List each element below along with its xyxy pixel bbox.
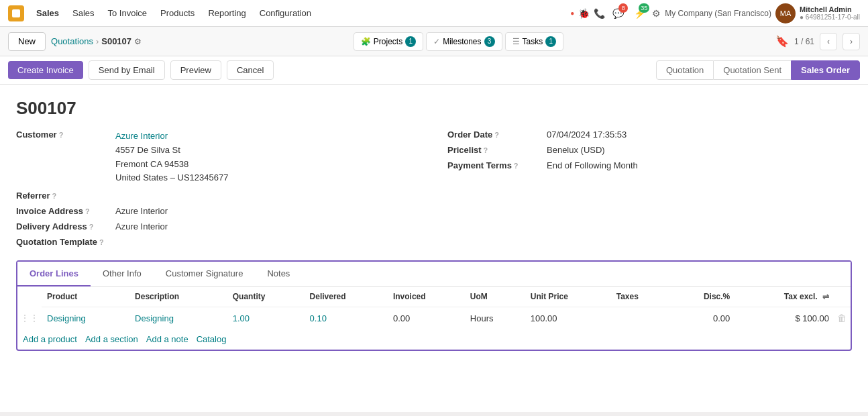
nav-item-to-invoice[interactable]: To Invoice (101, 0, 154, 27)
delivered-cell: 0.10 (305, 307, 388, 329)
projects-button[interactable]: 🧩 Projects 1 (354, 32, 423, 51)
status-quotation-sent-button[interactable]: Quotation Sent (714, 60, 791, 80)
col-taxes: Taxes (611, 287, 669, 307)
breadcrumb: Quotations › S00107 ⚙ (51, 36, 142, 46)
tab-customer-signature[interactable]: Customer Signature (154, 262, 256, 286)
delete-row-button[interactable]: 🗑 (834, 307, 851, 329)
activity-icon[interactable]: ⚡ 35 (631, 5, 648, 22)
cancel-button[interactable]: Cancel (227, 60, 274, 80)
nav-item-orders[interactable]: Sales (66, 0, 101, 27)
company-name: My Company (San Francisco) (665, 9, 771, 18)
page-info: 1 / 61 (794, 37, 814, 46)
col-tax-excl: Tax excl. ⇌ (735, 287, 834, 307)
nav-item-sales[interactable]: Sales (30, 0, 66, 27)
order-date-help-icon[interactable]: ? (494, 131, 499, 139)
bookmark-icon[interactable]: 🔖 (775, 35, 789, 48)
send-by-email-button[interactable]: Send by Email (89, 60, 165, 80)
pricelist-value[interactable]: Benelux (USD) (547, 145, 605, 155)
user-info: Mitchell Admin ● 64981251-17-0-all (800, 5, 860, 21)
breadcrumb-parent[interactable]: Quotations (51, 36, 93, 46)
payment-terms-row: Payment Terms ? End of Following Month (447, 160, 852, 170)
delivery-address-label: Delivery Address ? (16, 221, 110, 231)
invoiced-cell: 0.00 (388, 307, 465, 329)
col-disc: Disc.% (669, 287, 735, 307)
catalog-link[interactable]: Catalog (197, 334, 227, 344)
order-date-value: 07/04/2024 17:35:53 (547, 129, 627, 140)
col-delivered: Delivered (305, 287, 388, 307)
action-bar: New Quotations › S00107 ⚙ 🧩 Projects 1 ✓… (0, 27, 868, 56)
tab-other-info[interactable]: Other Info (91, 262, 154, 286)
next-page-button[interactable]: › (843, 33, 860, 50)
tasks-count: 1 (545, 36, 556, 47)
tasks-icon: ☰ (512, 37, 520, 46)
tab-notes[interactable]: Notes (255, 262, 302, 286)
customer-row: Customer ? Azure Interior 4557 De Silva … (16, 129, 421, 185)
col-unit-price: Unit Price (525, 287, 611, 307)
order-lines-content: Product Description Quantity Delivered I… (17, 287, 851, 350)
customer-name-link[interactable]: Azure Interior (115, 129, 228, 144)
center-actions: 🧩 Projects 1 ✓ Milestones 3 ☰ Tasks 1 (354, 32, 563, 51)
status-sales-order-button[interactable]: Sales Order (791, 60, 860, 80)
quotation-template-label: Quotation Template ? (16, 237, 110, 247)
order-number: S00107 (16, 98, 852, 119)
delivery-address-value[interactable]: Azure Interior (115, 221, 168, 231)
chat-icon[interactable]: 💬 8 (609, 5, 627, 22)
settings-icon[interactable]: ⚙ (652, 8, 661, 19)
puzzle-icon: 🧩 (361, 37, 371, 46)
nav-item-configuration[interactable]: Configuration (253, 0, 318, 27)
description-cell[interactable]: Designing (129, 307, 227, 329)
preview-button[interactable]: Preview (170, 60, 221, 80)
create-invoice-button[interactable]: Create Invoice (8, 61, 83, 79)
customer-value: Azure Interior 4557 De Silva StFremont C… (115, 129, 228, 185)
tabs-header: Order Lines Other Info Customer Signatur… (17, 262, 851, 287)
column-settings-icon[interactable]: ⇌ (822, 292, 829, 301)
delivery-help-icon[interactable]: ? (89, 223, 94, 231)
red-dot-icon: ● (570, 9, 574, 17)
drag-handle[interactable]: ⋮⋮ (17, 307, 42, 329)
breadcrumb-gear-icon[interactable]: ⚙ (134, 37, 142, 46)
user-avatar[interactable]: MA (775, 3, 796, 23)
invoice-address-value[interactable]: Azure Interior (115, 206, 168, 216)
payment-terms-help-icon[interactable]: ? (514, 162, 519, 170)
tasks-button[interactable]: ☰ Tasks 1 (505, 32, 564, 51)
col-description: Description (129, 287, 227, 307)
unit-price-cell[interactable]: 100.00 (525, 307, 611, 329)
uom-cell[interactable]: Hours (465, 307, 525, 329)
col-delete (834, 287, 851, 307)
nav-item-products[interactable]: Products (154, 0, 201, 27)
add-note-link[interactable]: Add a note (146, 334, 188, 344)
customer-help-icon[interactable]: ? (59, 131, 64, 139)
tab-order-lines[interactable]: Order Lines (17, 262, 91, 287)
order-table: Product Description Quantity Delivered I… (17, 287, 851, 329)
order-date-row: Order Date ? 07/04/2024 17:35:53 (447, 129, 852, 140)
col-product: Product (42, 287, 129, 307)
referrer-value[interactable] (115, 195, 182, 196)
delivery-address-row: Delivery Address ? Azure Interior (16, 221, 421, 231)
disc-cell[interactable]: 0.00 (669, 307, 735, 329)
pricelist-row: Pricelist ? Benelux (USD) (447, 145, 852, 155)
payment-terms-value[interactable]: End of Following Month (547, 160, 638, 170)
nav-item-reporting[interactable]: Reporting (201, 0, 252, 27)
tax-excl-cell: $ 100.00 (735, 307, 834, 329)
bug-icon[interactable]: 🐞 (578, 8, 590, 19)
table-footer: Add a product Add a section Add a note C… (17, 329, 851, 350)
milestones-button[interactable]: ✓ Milestones 3 (426, 32, 502, 51)
taxes-cell[interactable] (611, 307, 669, 329)
top-nav: Sales Sales To Invoice Products Reportin… (0, 0, 868, 27)
app-logo (8, 5, 24, 21)
prev-page-button[interactable]: ‹ (820, 33, 837, 50)
toolbar: Create Invoice Send by Email Preview Can… (0, 56, 868, 85)
status-quotation-button[interactable]: Quotation (656, 60, 714, 80)
quantity-cell[interactable]: 1.00 (227, 307, 305, 329)
referrer-help-icon[interactable]: ? (52, 192, 57, 200)
breadcrumb-current: S00107 (101, 36, 131, 46)
add-section-link[interactable]: Add a section (85, 334, 138, 344)
phone-icon[interactable]: 📞 (594, 8, 605, 19)
projects-count: 1 (405, 36, 416, 47)
pricelist-help-icon[interactable]: ? (484, 146, 488, 154)
quotation-template-help-icon[interactable]: ? (99, 238, 104, 246)
add-product-link[interactable]: Add a product (23, 334, 77, 344)
new-button[interactable]: New (8, 32, 46, 51)
invoice-help-icon[interactable]: ? (85, 207, 90, 215)
product-cell[interactable]: Designing (42, 307, 129, 329)
